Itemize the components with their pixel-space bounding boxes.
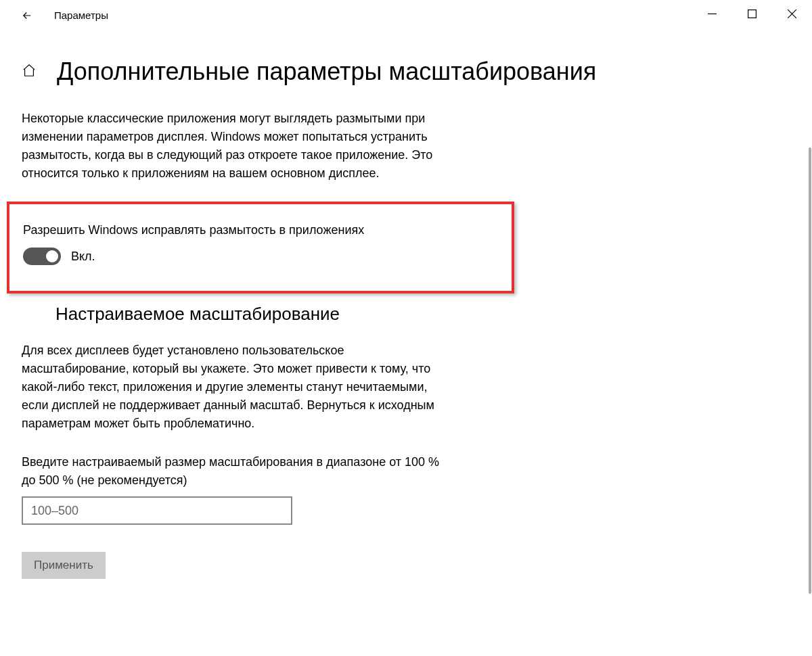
fix-blur-label: Разрешить Windows исправлять размытость … — [23, 223, 498, 237]
maximize-button[interactable] — [732, 0, 772, 27]
scale-input-label: Введите настраиваемый размер масштабиров… — [22, 453, 447, 490]
toggle-row: Вкл. — [23, 248, 498, 265]
back-button[interactable] — [15, 3, 39, 28]
fix-blur-toggle[interactable] — [23, 248, 61, 265]
titlebar: Параметры — [0, 0, 812, 30]
back-arrow-icon — [21, 9, 33, 22]
close-icon — [788, 9, 796, 18]
blur-description: Некоторые классические приложения могут … — [22, 110, 447, 183]
highlight-annotation: Разрешить Windows исправлять размытость … — [7, 202, 514, 294]
toggle-state-label: Вкл. — [71, 250, 95, 264]
page-title: Дополнительные параметры масштабирования — [57, 57, 596, 86]
scrollbar-track[interactable] — [808, 32, 812, 656]
minimize-icon — [708, 9, 717, 18]
home-icon — [22, 63, 37, 78]
scrollbar-thumb[interactable] — [809, 147, 811, 594]
custom-scale-input[interactable] — [22, 496, 292, 525]
custom-scaling-description: Для всех дисплеев будет установлено поль… — [22, 342, 447, 433]
window-controls — [692, 0, 812, 27]
minimize-button[interactable] — [692, 0, 732, 27]
page-header: Дополнительные параметры масштабирования — [0, 30, 812, 86]
home-button[interactable] — [22, 63, 37, 80]
maximize-icon — [748, 9, 757, 18]
close-button[interactable] — [772, 0, 812, 27]
content-area: Некоторые классические приложения могут … — [0, 86, 447, 579]
apply-button[interactable]: Применить — [22, 552, 106, 579]
custom-scaling-heading: Настраиваемое масштабирование — [55, 304, 447, 325]
window-title: Параметры — [54, 9, 108, 21]
toggle-knob — [46, 250, 58, 262]
svg-rect-1 — [748, 9, 757, 18]
